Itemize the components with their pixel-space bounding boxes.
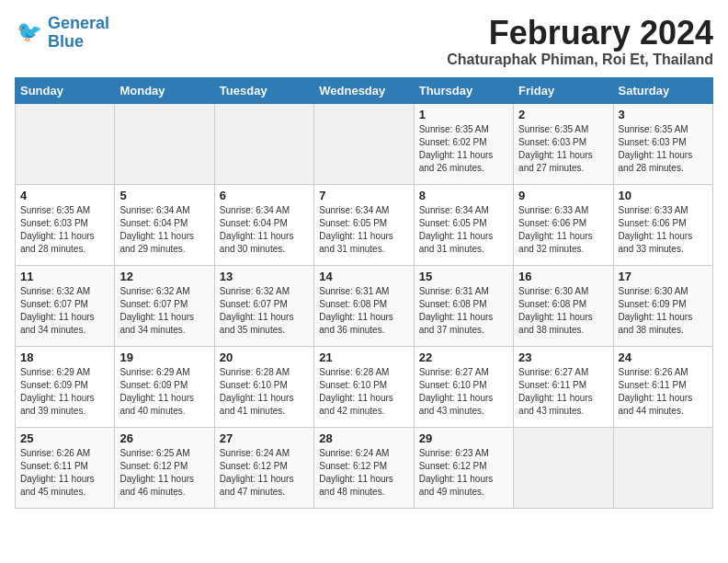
calendar-cell: 1Sunrise: 6:35 AM Sunset: 6:02 PM Daylig… <box>414 103 513 184</box>
day-number: 1 <box>419 108 508 121</box>
day-info: Sunrise: 6:23 AM Sunset: 6:12 PM Dayligh… <box>419 447 508 499</box>
day-info: Sunrise: 6:34 AM Sunset: 6:05 PM Dayligh… <box>419 204 508 256</box>
calendar-cell: 14Sunrise: 6:31 AM Sunset: 6:08 PM Dayli… <box>314 265 414 346</box>
day-number: 14 <box>319 270 408 283</box>
calendar-cell: 19Sunrise: 6:29 AM Sunset: 6:09 PM Dayli… <box>115 346 214 427</box>
calendar-cell: 29Sunrise: 6:23 AM Sunset: 6:12 PM Dayli… <box>414 427 513 508</box>
calendar-cell: 5Sunrise: 6:34 AM Sunset: 6:04 PM Daylig… <box>115 184 214 265</box>
day-number: 21 <box>319 350 408 364</box>
day-number: 5 <box>119 189 209 202</box>
day-info: Sunrise: 6:32 AM Sunset: 6:07 PM Dayligh… <box>220 285 309 337</box>
day-info: Sunrise: 6:34 AM Sunset: 6:04 PM Dayligh… <box>220 204 309 256</box>
header-cell-tuesday: Tuesday <box>214 77 313 103</box>
day-number: 3 <box>619 108 708 121</box>
day-info: Sunrise: 6:34 AM Sunset: 6:05 PM Dayligh… <box>319 204 408 256</box>
day-number: 12 <box>119 270 209 283</box>
calendar-cell <box>214 103 313 184</box>
calendar-header-row: SundayMondayTuesdayWednesdayThursdayFrid… <box>16 77 713 103</box>
calendar-cell: 12Sunrise: 6:32 AM Sunset: 6:07 PM Dayli… <box>115 265 214 346</box>
day-number: 9 <box>518 189 608 202</box>
day-info: Sunrise: 6:24 AM Sunset: 6:12 PM Dayligh… <box>319 447 408 499</box>
day-info: Sunrise: 6:35 AM Sunset: 6:03 PM Dayligh… <box>619 123 708 175</box>
day-info: Sunrise: 6:28 AM Sunset: 6:10 PM Dayligh… <box>319 366 408 418</box>
calendar-body: 1Sunrise: 6:35 AM Sunset: 6:02 PM Daylig… <box>16 103 713 508</box>
calendar-cell: 17Sunrise: 6:30 AM Sunset: 6:09 PM Dayli… <box>613 265 712 346</box>
day-info: Sunrise: 6:26 AM Sunset: 6:11 PM Dayligh… <box>20 447 109 499</box>
day-info: Sunrise: 6:34 AM Sunset: 6:04 PM Dayligh… <box>119 204 209 256</box>
day-info: Sunrise: 6:30 AM Sunset: 6:08 PM Dayligh… <box>518 285 608 337</box>
calendar-cell <box>16 103 115 184</box>
day-number: 4 <box>20 189 109 202</box>
day-info: Sunrise: 6:32 AM Sunset: 6:07 PM Dayligh… <box>119 285 209 337</box>
day-info: Sunrise: 6:32 AM Sunset: 6:07 PM Dayligh… <box>20 285 109 337</box>
calendar-cell: 3Sunrise: 6:35 AM Sunset: 6:03 PM Daylig… <box>613 103 712 184</box>
calendar-week-row: 11Sunrise: 6:32 AM Sunset: 6:07 PM Dayli… <box>16 265 713 346</box>
day-number: 18 <box>20 350 109 364</box>
day-info: Sunrise: 6:27 AM Sunset: 6:11 PM Dayligh… <box>518 366 608 418</box>
calendar-cell: 11Sunrise: 6:32 AM Sunset: 6:07 PM Dayli… <box>16 265 115 346</box>
header-cell-monday: Monday <box>115 77 214 103</box>
calendar-cell <box>613 427 712 508</box>
day-info: Sunrise: 6:33 AM Sunset: 6:06 PM Dayligh… <box>518 204 608 256</box>
location-subtitle: Chaturaphak Phiman, Roi Et, Thailand <box>447 52 713 68</box>
calendar-cell: 7Sunrise: 6:34 AM Sunset: 6:05 PM Daylig… <box>314 184 414 265</box>
day-number: 16 <box>518 270 608 283</box>
day-number: 11 <box>20 270 109 283</box>
calendar-cell: 21Sunrise: 6:28 AM Sunset: 6:10 PM Dayli… <box>314 346 414 427</box>
calendar-week-row: 4Sunrise: 6:35 AM Sunset: 6:03 PM Daylig… <box>16 184 713 265</box>
header-cell-sunday: Sunday <box>16 77 115 103</box>
calendar-cell: 22Sunrise: 6:27 AM Sunset: 6:10 PM Dayli… <box>414 346 513 427</box>
calendar-cell: 23Sunrise: 6:27 AM Sunset: 6:11 PM Dayli… <box>514 346 613 427</box>
svg-text:🐦: 🐦 <box>17 19 42 44</box>
header-cell-saturday: Saturday <box>613 77 712 103</box>
calendar-cell: 9Sunrise: 6:33 AM Sunset: 6:06 PM Daylig… <box>514 184 613 265</box>
calendar-week-row: 25Sunrise: 6:26 AM Sunset: 6:11 PM Dayli… <box>16 427 713 508</box>
logo-text: General Blue <box>48 15 109 52</box>
day-info: Sunrise: 6:35 AM Sunset: 6:03 PM Dayligh… <box>20 204 109 256</box>
day-number: 13 <box>220 270 309 283</box>
day-number: 8 <box>419 189 508 202</box>
logo: 🐦 General Blue <box>15 15 109 52</box>
calendar-cell: 24Sunrise: 6:26 AM Sunset: 6:11 PM Dayli… <box>613 346 712 427</box>
calendar-cell: 26Sunrise: 6:25 AM Sunset: 6:12 PM Dayli… <box>115 427 214 508</box>
logo-line2: Blue <box>48 32 84 51</box>
calendar-week-row: 1Sunrise: 6:35 AM Sunset: 6:02 PM Daylig… <box>16 103 713 184</box>
day-info: Sunrise: 6:35 AM Sunset: 6:02 PM Dayligh… <box>419 123 508 175</box>
day-number: 17 <box>619 270 708 283</box>
calendar-cell: 15Sunrise: 6:31 AM Sunset: 6:08 PM Dayli… <box>414 265 513 346</box>
day-number: 29 <box>419 431 508 445</box>
day-number: 19 <box>119 350 209 364</box>
day-info: Sunrise: 6:25 AM Sunset: 6:12 PM Dayligh… <box>119 447 209 499</box>
header-cell-friday: Friday <box>514 77 613 103</box>
day-info: Sunrise: 6:29 AM Sunset: 6:09 PM Dayligh… <box>119 366 209 418</box>
logo-line1: General <box>48 14 109 32</box>
day-info: Sunrise: 6:31 AM Sunset: 6:08 PM Dayligh… <box>419 285 508 337</box>
day-number: 2 <box>518 108 608 121</box>
day-number: 24 <box>619 350 708 364</box>
day-number: 25 <box>20 431 109 445</box>
calendar-cell <box>115 103 214 184</box>
calendar-cell <box>314 103 414 184</box>
day-number: 22 <box>419 350 508 364</box>
page-header: 🐦 General Blue February 2024 Chaturaphak… <box>15 15 713 68</box>
day-number: 27 <box>220 431 309 445</box>
calendar-week-row: 18Sunrise: 6:29 AM Sunset: 6:09 PM Dayli… <box>16 346 713 427</box>
calendar-cell: 6Sunrise: 6:34 AM Sunset: 6:04 PM Daylig… <box>214 184 313 265</box>
day-number: 10 <box>619 189 708 202</box>
day-number: 6 <box>220 189 309 202</box>
day-number: 7 <box>319 189 408 202</box>
calendar-cell: 2Sunrise: 6:35 AM Sunset: 6:03 PM Daylig… <box>514 103 613 184</box>
day-number: 28 <box>319 431 408 445</box>
day-number: 23 <box>518 350 608 364</box>
calendar-cell: 13Sunrise: 6:32 AM Sunset: 6:07 PM Dayli… <box>214 265 313 346</box>
calendar-cell: 8Sunrise: 6:34 AM Sunset: 6:05 PM Daylig… <box>414 184 513 265</box>
day-info: Sunrise: 6:24 AM Sunset: 6:12 PM Dayligh… <box>220 447 309 499</box>
day-info: Sunrise: 6:30 AM Sunset: 6:09 PM Dayligh… <box>619 285 708 337</box>
day-info: Sunrise: 6:28 AM Sunset: 6:10 PM Dayligh… <box>220 366 309 418</box>
header-cell-wednesday: Wednesday <box>314 77 414 103</box>
calendar-cell: 25Sunrise: 6:26 AM Sunset: 6:11 PM Dayli… <box>16 427 115 508</box>
calendar-table: SundayMondayTuesdayWednesdayThursdayFrid… <box>15 77 713 509</box>
day-info: Sunrise: 6:29 AM Sunset: 6:09 PM Dayligh… <box>20 366 109 418</box>
day-info: Sunrise: 6:31 AM Sunset: 6:08 PM Dayligh… <box>319 285 408 337</box>
day-number: 20 <box>220 350 309 364</box>
